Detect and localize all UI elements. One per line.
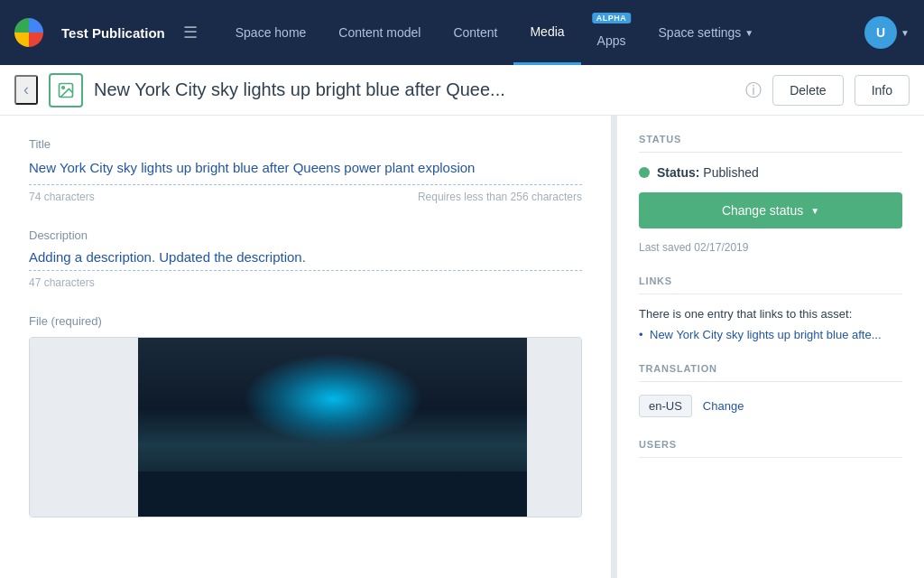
description-field-section: Description Adding a description. Update… (29, 228, 582, 289)
brand-name: Test Publication (61, 25, 165, 41)
translation-section: TRANSLATION en-US Change (639, 363, 902, 417)
page-title: New York City sky lights up bright blue … (94, 79, 735, 100)
title-requirement: Requires less than 256 characters (418, 191, 582, 203)
image-left-placeholder (30, 338, 138, 517)
status-row: Status: Published (639, 165, 902, 180)
title-char-count: 74 characters (29, 191, 95, 203)
avatar[interactable]: U (864, 16, 897, 49)
nav-space-settings[interactable]: Space settings ▼ (642, 0, 771, 65)
nav-content-model[interactable]: Content model (322, 0, 437, 65)
title-value[interactable]: New York City sky lights up bright blue … (29, 158, 582, 185)
nav-media[interactable]: Media (513, 0, 580, 65)
delete-button[interactable]: Delete (772, 75, 843, 106)
status-value: Published (703, 165, 759, 180)
nav-right: U ▼ (864, 16, 910, 49)
status-text: Status: Published (657, 165, 759, 180)
settings-caret-icon: ▼ (744, 28, 753, 38)
locale-badge: en-US (639, 395, 692, 417)
links-section-header: LINKS (639, 275, 902, 294)
image-glow-effect (243, 354, 423, 444)
users-section-header: USERS (639, 439, 902, 458)
logo-icon (14, 18, 43, 47)
file-field-section: File (required) (29, 314, 582, 517)
sub-header: ‹ New York City sky lights up bright blu… (0, 65, 924, 116)
links-section: LINKS There is one entry that links to t… (639, 275, 902, 341)
translation-section-header: TRANSLATION (639, 363, 902, 382)
description-meta: 47 characters (29, 276, 582, 289)
nav-space-home[interactable]: Space home (219, 0, 323, 65)
right-panel: STATUS Status: Published Change status ▼… (617, 116, 924, 578)
status-section-header: STATUS (639, 134, 902, 153)
logo[interactable] (14, 18, 54, 47)
change-status-button[interactable]: Change status ▼ (639, 192, 902, 228)
asset-type-icon (49, 73, 83, 107)
nav-links: Space home Content model Content Media A… (219, 0, 864, 65)
title-label: Title (29, 137, 582, 151)
description-value[interactable]: Adding a description. Updated the descri… (29, 249, 582, 271)
top-nav: Test Publication ☰ Space home Content mo… (0, 0, 924, 65)
description-char-count: 47 characters (29, 276, 95, 289)
left-panel: Title New York City sky lights up bright… (0, 116, 612, 578)
svg-point-1 (62, 86, 65, 89)
locale-row: en-US Change (639, 395, 902, 417)
links-description: There is one entry that links to this as… (639, 307, 902, 321)
nav-content[interactable]: Content (437, 0, 513, 65)
title-field-section: Title New York City sky lights up bright… (29, 137, 582, 203)
image-main-area (138, 338, 527, 517)
alpha-badge: ALPHA (592, 13, 632, 23)
users-section: USERS (639, 439, 902, 458)
title-meta: 74 characters Requires less than 256 cha… (29, 191, 582, 203)
last-saved: Last saved 02/17/2019 (639, 241, 902, 254)
main-content: Title New York City sky lights up bright… (0, 116, 924, 578)
status-dot (639, 167, 650, 178)
change-status-caret-icon: ▼ (810, 206, 819, 216)
nav-apps[interactable]: ALPHA Apps (581, 0, 642, 65)
file-label: File (required) (29, 314, 582, 328)
help-icon[interactable]: ⓘ (745, 79, 762, 101)
image-preview[interactable] (29, 337, 582, 517)
change-locale-link[interactable]: Change (703, 399, 744, 413)
info-button[interactable]: Info (855, 75, 910, 106)
change-status-label: Change status (722, 203, 803, 218)
city-skyline (138, 471, 527, 517)
description-label: Description (29, 228, 582, 242)
image-right-placeholder (527, 338, 581, 517)
avatar-caret-icon[interactable]: ▼ (901, 28, 910, 38)
hamburger-icon[interactable]: ☰ (176, 17, 205, 48)
back-button[interactable]: ‹ (14, 75, 38, 105)
link-item[interactable]: New York City sky lights up bright blue … (639, 328, 902, 341)
